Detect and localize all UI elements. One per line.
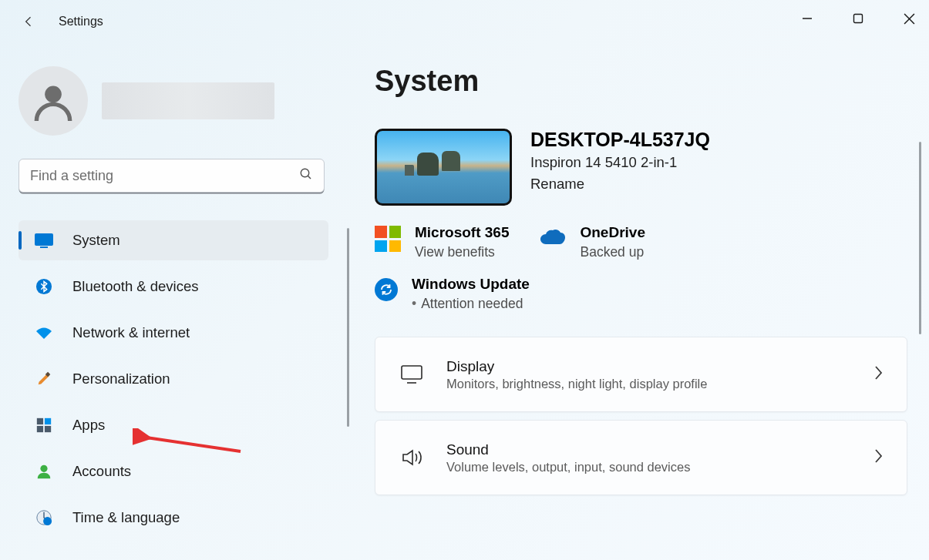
display-icon: [399, 364, 425, 384]
wifi-icon: [34, 324, 54, 342]
sidebar-item-label: Time & language: [72, 509, 180, 526]
sidebar-item-time-language[interactable]: Time & language: [19, 498, 328, 538]
svg-rect-1: [854, 15, 863, 23]
back-button[interactable]: [11, 4, 46, 39]
nav: System Bluetooth & devices Network & int…: [19, 220, 328, 538]
setting-sub: Monitors, brightness, night light, displ…: [446, 377, 707, 391]
search-box[interactable]: [19, 159, 325, 193]
app-title: Settings: [59, 15, 103, 29]
user-row[interactable]: [19, 66, 328, 136]
sidebar-item-system[interactable]: System: [19, 220, 328, 260]
svg-rect-14: [45, 426, 51, 432]
setting-row-sound[interactable]: Sound Volume levels, output, input, soun…: [375, 420, 907, 495]
sidebar-scrollbar[interactable]: [347, 228, 349, 427]
sidebar-item-personalization[interactable]: Personalization: [19, 359, 328, 399]
system-icon: [34, 231, 54, 250]
update-sub: •Attention needed: [412, 296, 530, 312]
search-icon: [299, 167, 313, 184]
sidebar-item-label: Personalization: [72, 371, 170, 387]
svg-rect-13: [37, 426, 43, 432]
update-title: Windows Update: [412, 276, 530, 293]
chevron-right-icon: [873, 448, 884, 468]
sidebar-item-accounts[interactable]: Accounts: [19, 451, 328, 491]
maximize-button[interactable]: [843, 6, 873, 31]
svg-point-17: [43, 517, 52, 525]
window-controls: [792, 6, 924, 31]
sidebar-item-label: Accounts: [72, 463, 131, 480]
svg-rect-12: [45, 418, 51, 424]
device-name: DESKTOP-4L537JQ: [530, 129, 710, 151]
status-cards: Microsoft 365 View benefits OneDrive Bac…: [375, 224, 907, 260]
onedrive-icon: [540, 229, 566, 246]
sidebar: System Bluetooth & devices Network & int…: [19, 66, 328, 544]
rename-link[interactable]: Rename: [530, 176, 710, 193]
sidebar-item-apps[interactable]: Apps: [19, 405, 328, 445]
main-content: System DESKTOP-4L537JQ Inspiron 14 5410 …: [375, 65, 907, 560]
svg-rect-8: [40, 246, 48, 248]
bluetooth-icon: [34, 277, 54, 296]
user-name: [102, 82, 274, 119]
accounts-icon: [34, 462, 54, 481]
setting-title: Display: [446, 358, 707, 375]
status-card-m365[interactable]: Microsoft 365 View benefits: [375, 224, 509, 260]
sidebar-item-bluetooth[interactable]: Bluetooth & devices: [19, 267, 328, 307]
m365-sub: View benefits: [415, 244, 509, 260]
search-input[interactable]: [30, 168, 299, 184]
svg-point-5: [301, 169, 309, 177]
sound-icon: [399, 448, 425, 468]
brush-icon: [34, 370, 54, 388]
sidebar-item-label: System: [72, 232, 120, 249]
sidebar-item-label: Network & internet: [72, 324, 190, 341]
device-info: DESKTOP-4L537JQ Inspiron 14 5410 2-in-1 …: [530, 129, 710, 193]
avatar: [19, 66, 88, 136]
svg-rect-7: [35, 233, 53, 246]
svg-point-4: [45, 86, 62, 103]
clock-globe-icon: [34, 508, 54, 527]
device-wallpaper: [375, 129, 512, 206]
setting-title: Sound: [446, 441, 690, 458]
status-card-onedrive[interactable]: OneDrive Backed up: [540, 224, 645, 260]
page-title: System: [375, 65, 907, 98]
minimize-button[interactable]: [792, 6, 823, 31]
status-card-windows-update[interactable]: Windows Update •Attention needed: [375, 276, 907, 312]
svg-rect-11: [37, 418, 43, 424]
settings-list: Display Monitors, brightness, night ligh…: [375, 337, 907, 495]
svg-line-6: [308, 176, 311, 179]
svg-point-15: [40, 465, 47, 472]
m365-title: Microsoft 365: [415, 224, 509, 241]
chevron-right-icon: [873, 364, 884, 384]
device-model: Inspiron 14 5410 2-in-1: [530, 154, 710, 171]
svg-rect-18: [402, 366, 422, 379]
main-scrollbar[interactable]: [919, 142, 921, 334]
close-button[interactable]: [894, 6, 924, 31]
sidebar-item-network[interactable]: Network & internet: [19, 313, 328, 353]
apps-icon: [34, 416, 54, 434]
device-row: DESKTOP-4L537JQ Inspiron 14 5410 2-in-1 …: [375, 129, 907, 206]
sidebar-item-label: Apps: [72, 417, 105, 434]
titlebar: Settings: [0, 0, 929, 43]
update-icon: [375, 278, 398, 301]
sidebar-item-label: Bluetooth & devices: [72, 278, 199, 295]
onedrive-sub: Backed up: [580, 244, 645, 260]
setting-row-display[interactable]: Display Monitors, brightness, night ligh…: [375, 337, 907, 412]
microsoft-logo-icon: [375, 226, 401, 252]
onedrive-title: OneDrive: [580, 224, 645, 241]
setting-sub: Volume levels, output, input, sound devi…: [446, 460, 690, 474]
